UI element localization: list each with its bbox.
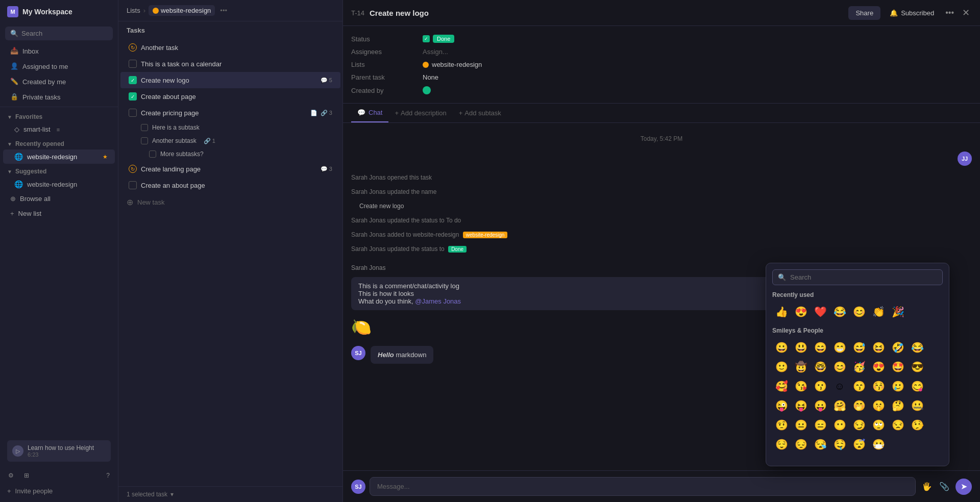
emoji-button[interactable]: 😎 [908, 358, 926, 376]
subtask-checkbox[interactable] [141, 124, 148, 131]
emoji-button[interactable]: 🥳 [850, 358, 868, 376]
sidebar-item-inbox[interactable]: 📥 Inbox [3, 43, 115, 59]
emoji-button[interactable]: 😜 [772, 396, 791, 415]
new-task-button[interactable]: ⊕ New task [118, 193, 342, 211]
emoji-button[interactable]: 😅 [850, 338, 868, 357]
browse-all-item[interactable]: ⊕ Browse all [3, 191, 115, 206]
emoji-button[interactable]: 😃 [792, 338, 810, 357]
emoji-button[interactable]: 😪 [811, 435, 829, 454]
task-row[interactable]: ✓ Create about page [120, 88, 340, 105]
learn-button[interactable]: ▷ Learn how to use Height 6:23 [7, 440, 111, 462]
emoji-search-input[interactable] [790, 273, 937, 281]
emoji-button[interactable]: 😐 [792, 416, 810, 434]
sidebar-item-smart-list[interactable]: ◇ smart-list ≡ [3, 122, 115, 136]
sidebar-item-suggested-website[interactable]: 🌐 website-redesign [3, 177, 115, 191]
emoji-button[interactable]: 😔 [792, 435, 810, 454]
emoji-button[interactable]: 😗 [811, 377, 829, 395]
emoji-button[interactable]: 🤥 [908, 416, 926, 434]
task-checkbox[interactable]: ↻ [129, 165, 137, 173]
emoji-button[interactable]: 😏 [850, 416, 868, 434]
emoji-button[interactable]: 😷 [869, 435, 888, 454]
emoji-button[interactable]: 🙂 [772, 358, 791, 376]
tab-chat[interactable]: 💬 Chat [351, 104, 388, 122]
emoji-button[interactable]: 🤔 [889, 396, 907, 415]
emoji-button[interactable]: 🎉 [889, 303, 907, 321]
emoji-button[interactable]: ☺️ [830, 377, 849, 395]
sidebar-item-assigned[interactable]: 👤 Assigned to me [3, 59, 115, 74]
emoji-button[interactable]: 🖐 [920, 480, 934, 493]
emoji-button[interactable]: 😝 [792, 396, 810, 415]
close-button[interactable]: ✕ [960, 5, 972, 20]
emoji-button[interactable]: 😍 [869, 358, 888, 376]
emoji-button[interactable]: 👍 [772, 303, 791, 321]
favorites-section[interactable]: ▼ Favorites [0, 109, 118, 122]
attach-button[interactable]: 📎 [937, 480, 951, 493]
suggested-section[interactable]: ▼ Suggested [0, 164, 118, 177]
task-checkbox[interactable] [129, 109, 137, 117]
emoji-button[interactable]: 🤗 [830, 396, 849, 415]
emoji-button[interactable]: 🤣 [889, 338, 907, 357]
share-button[interactable]: Share [848, 6, 880, 20]
task-row[interactable]: ↻ Another task [120, 39, 340, 56]
subtask-row[interactable]: Here is a subtask [120, 121, 340, 134]
emoji-button[interactable]: 😘 [792, 377, 810, 395]
chevron-down-icon[interactable]: ▾ [170, 491, 174, 498]
tab-add-subtask[interactable]: + Add subtask [453, 104, 507, 122]
message-input[interactable] [370, 477, 916, 496]
emoji-button[interactable]: 😴 [850, 435, 868, 454]
invite-people-button[interactable]: + Invite people [0, 484, 118, 498]
subtask-row[interactable]: More subtasks? [120, 147, 340, 161]
emoji-button[interactable]: 😆 [869, 338, 888, 357]
subtask-checkbox[interactable] [141, 137, 148, 144]
subtask-row[interactable]: Another subtask 🔗 1 [120, 134, 340, 147]
emoji-button[interactable]: ❤️ [811, 303, 829, 321]
parent-task-value[interactable]: None [423, 73, 438, 81]
emoji-button[interactable]: 😚 [869, 377, 888, 395]
settings-button[interactable]: ⚙ [5, 470, 17, 481]
emoji-button[interactable]: 😍 [792, 303, 810, 321]
add-button[interactable]: ⊞ [21, 470, 32, 481]
task-row[interactable]: ↻ Create landing page 💬 3 [120, 161, 340, 177]
sidebar-item-website-redesign[interactable]: 🌐 website-redesign ★ [3, 149, 115, 164]
emoji-button[interactable]: 😊 [830, 358, 849, 376]
emoji-button[interactable]: 😒 [889, 416, 907, 434]
emoji-button[interactable]: 🥲 [889, 377, 907, 395]
emoji-button[interactable]: 🤫 [869, 396, 888, 415]
emoji-button[interactable]: 😂 [908, 338, 926, 357]
emoji-button[interactable]: 🤩 [889, 358, 907, 376]
emoji-button[interactable]: 🥰 [772, 377, 791, 395]
sidebar-item-private[interactable]: 🔒 Private tasks [3, 89, 115, 105]
emoji-button[interactable]: 🤤 [830, 435, 849, 454]
status-value[interactable]: ✓ Done [423, 35, 454, 43]
task-checkbox[interactable] [129, 181, 137, 189]
emoji-button[interactable]: 😀 [772, 338, 791, 357]
emoji-button[interactable]: 😁 [830, 338, 849, 357]
help-button[interactable]: ? [103, 470, 113, 481]
assignees-value[interactable]: Assign... [423, 48, 448, 56]
sidebar-item-created[interactable]: ✏️ Created by me [3, 74, 115, 89]
emoji-button[interactable]: 👏 [869, 303, 888, 321]
recently-opened-section[interactable]: ▼ Recently opened [0, 136, 118, 149]
lists-breadcrumb[interactable]: Lists [127, 7, 140, 14]
send-button[interactable]: ➤ [955, 479, 972, 495]
search-bar[interactable]: 🔍 Search [5, 27, 113, 40]
workspace-header[interactable]: M My Workspace [0, 0, 118, 23]
tab-add-description[interactable]: + Add description [388, 104, 452, 122]
task-checkbox-checked[interactable]: ✓ [129, 92, 137, 101]
task-row-selected[interactable]: ✓ Create new logo 💬 5 [120, 72, 340, 88]
emoji-button[interactable]: 😶 [830, 416, 849, 434]
emoji-button[interactable]: 🤓 [811, 358, 829, 376]
active-breadcrumb[interactable]: website-redesign [149, 5, 215, 16]
emoji-button[interactable]: 😊 [850, 303, 868, 321]
emoji-button[interactable]: 🤭 [850, 396, 868, 415]
lists-value[interactable]: website-redesign [423, 61, 482, 68]
emoji-button[interactable]: 😌 [772, 435, 791, 454]
emoji-button[interactable]: 😄 [811, 338, 829, 357]
task-row[interactable]: This is a task on a calendar [120, 56, 340, 72]
emoji-button[interactable]: 🤨 [772, 416, 791, 434]
task-checkbox[interactable] [129, 60, 137, 68]
task-row[interactable]: Create pricing page 📄 🔗 3 [120, 105, 340, 121]
emoji-button[interactable]: 😙 [850, 377, 868, 395]
new-list-item[interactable]: + New list [3, 206, 115, 221]
emoji-button[interactable]: 🤐 [908, 396, 926, 415]
